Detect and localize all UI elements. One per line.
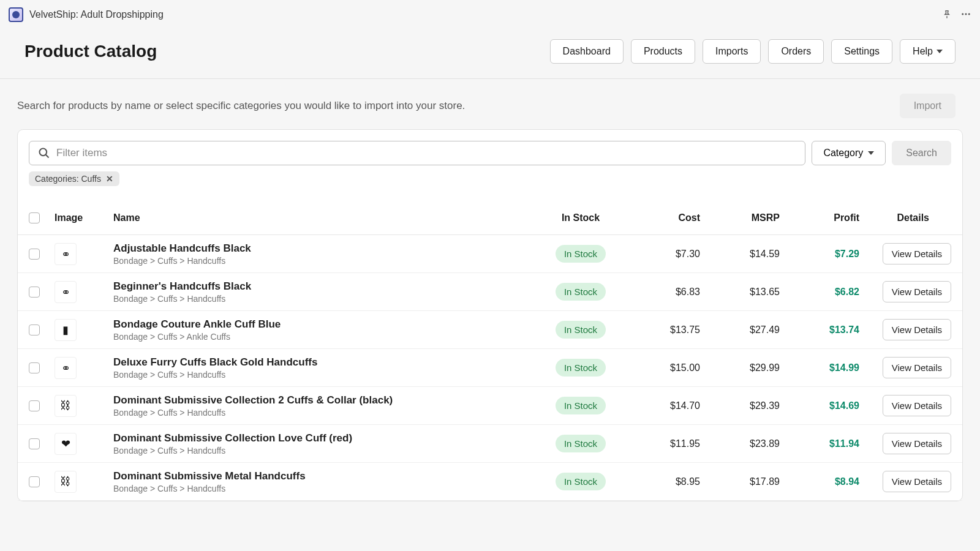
nav-products[interactable]: Products [631,39,695,64]
nav-help-label: Help [913,46,933,57]
stock-badge: In Stock [556,473,606,490]
view-details-button[interactable]: View Details [883,471,951,492]
col-msrp: MSRP [700,212,780,223]
col-cost: Cost [620,212,700,223]
stock-badge: In Stock [556,359,606,377]
subheader-text: Search for products by name or select sp… [17,100,465,112]
product-msrp: $13.65 [700,287,780,298]
view-details-button[interactable]: View Details [883,319,951,340]
app-title: VelvetShip: Adult Dropshipping [29,9,164,20]
product-thumbnail: ⚭ [55,357,77,379]
product-name: Dominant Submissive Metal Handcuffs [113,470,541,482]
table-header: Image Name In Stock Cost MSRP Profit Det… [18,201,962,235]
stock-badge: In Stock [556,435,606,452]
search-box[interactable] [29,141,805,165]
col-details: Details [859,212,951,223]
product-profit: $11.94 [780,438,859,449]
product-cost: $11.95 [620,438,700,449]
row-checkbox[interactable] [29,438,40,449]
app-icon [9,7,23,22]
product-table: Image Name In Stock Cost MSRP Profit Det… [18,201,962,501]
filter-chip-cuffs[interactable]: Categories: Cuffs ✕ [29,171,119,186]
product-cost: $15.00 [620,362,700,373]
row-checkbox[interactable] [29,324,40,335]
view-details-button[interactable]: View Details [883,433,951,454]
view-details-button[interactable]: View Details [883,243,951,264]
col-name: Name [113,212,541,223]
main-nav: Dashboard Products Imports Orders Settin… [550,39,956,64]
page-header: Product Catalog Dashboard Products Impor… [0,29,980,79]
product-msrp: $27.49 [700,324,780,335]
svg-line-4 [46,155,49,158]
nav-help[interactable]: Help [900,39,956,64]
product-thumbnail: ⚭ [55,281,77,303]
product-profit: $13.74 [780,324,859,335]
search-row: Category Search [18,141,962,165]
product-category: Bondage > Cuffs > Handcuffs [113,446,541,455]
product-name: Dominant Submissive Collection Love Cuff… [113,432,541,444]
product-name: Dominant Submissive Collection 2 Cuffs &… [113,394,541,407]
category-dropdown[interactable]: Category [812,141,886,165]
product-name: Beginner's Handcuffs Black [113,280,541,293]
catalog-card: Category Search Categories: Cuffs ✕ Imag… [17,129,963,501]
product-name: Adjustable Handcuffs Black [113,242,541,255]
product-cost: $6.83 [620,287,700,298]
product-thumbnail: ⛓ [55,395,77,417]
product-cost: $14.70 [620,400,700,411]
filter-chips: Categories: Cuffs ✕ [18,165,962,186]
nav-settings[interactable]: Settings [831,39,892,64]
row-checkbox[interactable] [29,362,40,373]
row-checkbox[interactable] [29,400,40,411]
row-checkbox[interactable] [29,287,40,298]
page-title: Product Catalog [24,42,157,61]
stock-badge: In Stock [556,321,606,339]
table-row: ⚭ Adjustable Handcuffs Black Bondage > C… [18,235,962,273]
search-input[interactable] [56,147,796,159]
product-thumbnail: ⚭ [55,243,77,265]
table-row: ▮ Bondage Couture Ankle Cuff Blue Bondag… [18,311,962,349]
col-profit: Profit [780,212,859,223]
chip-label: Categories: Cuffs [35,174,101,184]
stock-badge: In Stock [556,397,606,414]
product-category: Bondage > Cuffs > Handcuffs [113,484,541,493]
product-name: Bondage Couture Ankle Cuff Blue [113,318,541,331]
product-cost: $13.75 [620,324,700,335]
select-all-checkbox[interactable] [29,212,40,223]
product-category: Bondage > Cuffs > Handcuffs [113,294,541,304]
product-profit: $8.94 [780,476,859,487]
product-msrp: $17.89 [700,476,780,487]
search-button[interactable]: Search [892,141,951,165]
product-category: Bondage > Cuffs > Ankle Cuffs [113,332,541,342]
nav-imports[interactable]: Imports [703,39,761,64]
close-icon[interactable]: ✕ [106,174,113,184]
col-image: Image [55,212,113,223]
view-details-button[interactable]: View Details [883,357,951,378]
import-button[interactable]: Import [900,94,956,118]
product-profit: $14.69 [780,400,859,411]
table-row: ⚭ Beginner's Handcuffs Black Bondage > C… [18,273,962,311]
chevron-down-icon [937,50,943,53]
svg-point-2 [968,13,970,15]
nav-orders[interactable]: Orders [768,39,824,64]
product-msrp: $29.99 [700,362,780,373]
product-profit: $6.82 [780,287,859,298]
more-icon[interactable] [960,9,971,21]
product-name: Deluxe Furry Cuffs Black Gold Handcuffs [113,356,541,369]
subheader: Search for products by name or select sp… [0,79,980,129]
chevron-down-icon [868,151,874,155]
nav-dashboard[interactable]: Dashboard [550,39,624,64]
view-details-button[interactable]: View Details [883,395,951,416]
product-category: Bondage > Cuffs > Handcuffs [113,370,541,380]
view-details-button[interactable]: View Details [883,281,951,302]
svg-point-3 [40,149,47,156]
product-thumbnail: ▮ [55,319,77,341]
row-checkbox[interactable] [29,249,40,260]
product-msrp: $29.39 [700,400,780,411]
row-checkbox[interactable] [29,476,40,487]
table-row: ⛓ Dominant Submissive Collection 2 Cuffs… [18,387,962,425]
pin-icon[interactable] [942,9,952,21]
stock-badge: In Stock [556,283,606,301]
window-titlebar: VelvetShip: Adult Dropshipping [0,0,980,29]
product-thumbnail: ⛓ [55,471,77,493]
product-msrp: $23.89 [700,438,780,449]
